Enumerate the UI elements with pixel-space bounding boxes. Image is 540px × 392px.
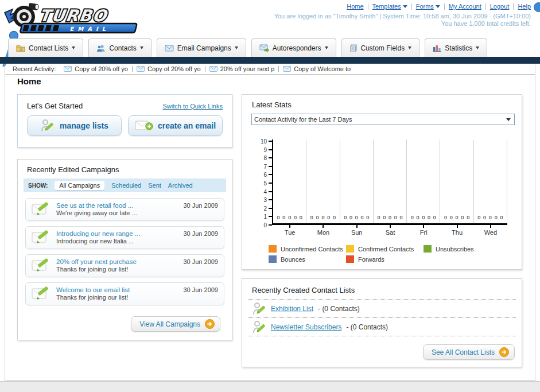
nav-link-forms[interactable]: Forms	[416, 3, 440, 10]
legend-item-unconfirmed: Unconfirmed Contacts	[269, 245, 346, 253]
chart-value-label: 0	[349, 215, 352, 220]
filter-archived[interactable]: Archived	[168, 182, 193, 189]
campaign-row[interactable]: 20% off your next purchase Thanks for jo…	[25, 254, 224, 277]
x-tick-mark	[323, 225, 324, 228]
campaign-date: 30 Jun 2009	[183, 286, 218, 293]
chart-value-label: 0	[377, 215, 380, 220]
chart-value-label: 0	[394, 215, 397, 220]
chart-value-label: 0	[355, 215, 358, 220]
chart-value-label: 0	[282, 215, 285, 220]
campaign-row[interactable]: See us at the retail food ... We're givi…	[25, 198, 224, 221]
page-title: Home	[17, 76, 41, 86]
campaign-link[interactable]: Welcome to our email list	[56, 286, 178, 294]
bar-chart-icon	[433, 44, 441, 52]
turbo-email-logo: TURBO EMAIL	[3, 2, 158, 36]
chart-value-label: 0	[316, 215, 319, 220]
chart-value-label: 0	[383, 215, 386, 220]
nav-link-my-account[interactable]: My Account	[449, 3, 481, 10]
tab-label: Autoresponders	[273, 44, 321, 52]
chart-value-label: 0	[483, 215, 486, 220]
x-tick-mark	[289, 225, 290, 228]
view-all-campaigns-button[interactable]: View All Campaigns	[131, 316, 220, 332]
chart-value-label: 0	[310, 215, 313, 220]
y-tick-label: 9	[263, 147, 267, 153]
campaign-row[interactable]: Introducing our new range ... Introducin…	[25, 226, 224, 249]
legend-label: Unconfirmed Contacts	[281, 246, 343, 253]
legend-item-bounces: Bounces	[269, 255, 346, 263]
nav-link-home[interactable]: Home	[347, 3, 363, 10]
create-email-button[interactable]: create an email	[128, 115, 223, 136]
campaign-subtitle: Introducing our new Italia ...	[56, 238, 178, 246]
filter-sent[interactable]: Sent	[148, 182, 161, 189]
tab-contacts[interactable]: Contacts	[88, 38, 151, 57]
chart-value-label: 0	[294, 215, 297, 220]
chevron-down-icon	[140, 46, 143, 49]
nav-link-logout[interactable]: Logout	[490, 3, 510, 10]
switch-quick-links[interactable]: Switch to Quick Links	[162, 103, 223, 110]
campaign-date: 30 Jun 2009	[183, 202, 218, 209]
chart-gridline	[373, 139, 374, 223]
x-tick-label: Tue	[273, 229, 306, 236]
nav-separator	[368, 3, 368, 10]
x-tick-label: Wed	[474, 229, 507, 236]
nav-separator	[444, 3, 445, 10]
filter-scheduled[interactable]: Scheduled	[111, 182, 141, 189]
chart-value-label: 0	[495, 215, 498, 220]
chevron-down-icon	[72, 46, 75, 49]
stats-period-select[interactable]: Contact Activity for the Last 7 Days	[251, 114, 515, 125]
dotted-divider	[248, 336, 516, 336]
people-icon	[96, 44, 106, 52]
nav-accent-bar	[0, 57, 540, 64]
contact-list-link[interactable]: Newsletter Subscribers	[271, 323, 341, 331]
manage-lists-button[interactable]: manage lists	[27, 115, 122, 136]
see-all-contact-lists-label: See All Contact Lists	[432, 348, 495, 356]
tab-contact-lists[interactable]: Contact Lists	[8, 38, 83, 57]
nav-link-templates[interactable]: Templates	[372, 3, 407, 10]
filter-all-campaigns[interactable]: All Campaigns	[55, 181, 104, 190]
chevron-down-icon	[436, 5, 440, 8]
contact-lists-panel: Recently Created Contact Lists Exhibitio…	[242, 278, 522, 367]
chart-gridline	[440, 139, 440, 223]
chart-value-label: 0	[333, 215, 336, 220]
contact-list-row: Exhibition List - (0 Contacts)	[242, 300, 522, 317]
x-tick-label: Sat	[374, 229, 407, 236]
chart-value-label: 0	[361, 215, 364, 220]
chart-value-label: 0	[500, 215, 503, 220]
see-all-contact-lists-button[interactable]: See All Contact Lists	[423, 344, 515, 360]
nav-separator	[513, 3, 514, 10]
x-tick-mark	[423, 225, 424, 228]
campaign-row[interactable]: Welcome to our email list Thanks for joi…	[25, 282, 224, 305]
y-tick-label: 6	[263, 172, 267, 178]
person-pencil-icon	[40, 118, 55, 133]
chart-plot: 00000000000000000000000000000000000	[272, 139, 507, 225]
y-tick-label: 7	[263, 164, 267, 170]
tab-label: Statistics	[445, 44, 472, 52]
chart-value-label: 0	[477, 215, 480, 220]
x-tick-label: Mon	[306, 229, 340, 236]
campaign-subtitle: Thanks for joining our list!	[56, 266, 178, 274]
contact-list-count: - (0 Contacts)	[318, 305, 360, 313]
campaign-list: See us at the retail food ... We're givi…	[18, 192, 232, 305]
y-tick-label: 0	[263, 222, 267, 228]
y-tick-label: 3	[263, 197, 267, 203]
envelope-pencil-icon	[32, 230, 51, 246]
y-tick-label: 5	[263, 180, 267, 187]
person-pencil-icon	[252, 301, 266, 316]
campaign-link[interactable]: 20% off your next purchase	[56, 258, 178, 266]
tab-custom-fields[interactable]: Custom Fields	[341, 38, 420, 57]
tab-email-campaigns[interactable]: Email Campaigns	[157, 38, 246, 57]
chart-value-label: 0	[422, 215, 425, 220]
envelope-pencil-icon	[32, 201, 51, 218]
contact-list-link[interactable]: Exhibition List	[271, 305, 313, 313]
campaigns-title: Recently Edited Campaigns	[18, 160, 232, 178]
nav-link-help[interactable]: Help	[518, 3, 531, 10]
chevron-down-icon	[403, 5, 407, 8]
campaign-link[interactable]: Introducing our new range ...	[56, 230, 178, 238]
chart-value-label: 0	[461, 215, 464, 220]
tab-statistics[interactable]: Statistics	[425, 38, 487, 57]
page-footer	[0, 381, 540, 392]
tab-autoresponders[interactable]: Autoresponders	[251, 38, 336, 57]
header-nav: Home Templates Forms My Account Logout H…	[347, 3, 531, 10]
x-tick-label: Sun	[340, 229, 374, 236]
campaign-link[interactable]: See us at the retail food ...	[56, 201, 178, 209]
